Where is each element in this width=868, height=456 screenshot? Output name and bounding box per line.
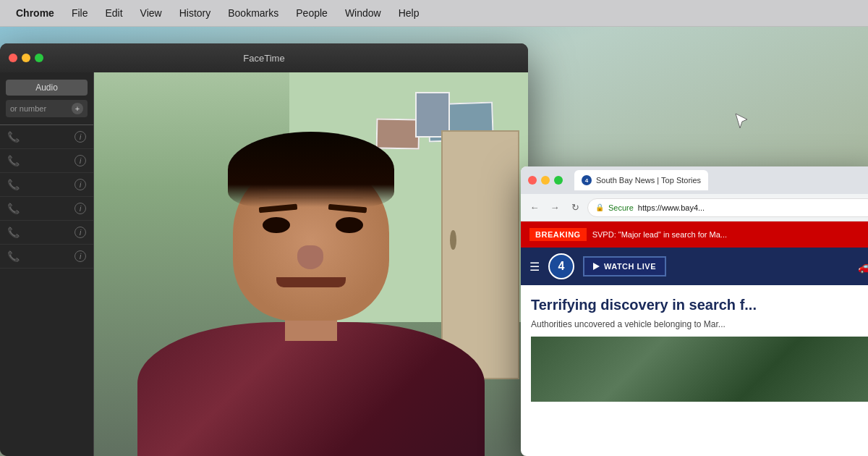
info-icon[interactable]: i — [75, 155, 86, 166]
chrome-close-button[interactable] — [528, 176, 537, 185]
watch-live-button[interactable]: WATCH LIVE — [583, 256, 666, 276]
info-icon[interactable]: i — [75, 131, 86, 143]
menu-window[interactable]: Window — [338, 4, 388, 22]
person-shirt — [137, 322, 485, 457]
facetime-video — [94, 72, 528, 456]
news-logo: 4 — [548, 253, 574, 279]
info-icon[interactable]: i — [75, 227, 86, 238]
breaking-news-banner: BREAKING SVPD: "Major lead" in search fo… — [521, 221, 868, 248]
audio-button[interactable]: Audio — [6, 80, 88, 96]
secure-label: Secure — [608, 203, 634, 212]
hamburger-menu-icon[interactable]: ☰ — [529, 260, 540, 274]
lock-icon: 🔒 — [595, 203, 604, 211]
chrome-omnibar: ← → ↻ 🔒 Secure https://www.bay4... — [521, 194, 868, 221]
menu-people[interactable]: People — [289, 4, 335, 22]
info-icon[interactable]: i — [75, 203, 86, 214]
phone-icon: 📞 — [7, 250, 20, 262]
tab-bar: 4 South Bay News | Top Stories — [574, 170, 868, 190]
facetime-title: FaceTime — [243, 53, 284, 64]
contact-row[interactable]: 📞 i — [0, 149, 93, 173]
breaking-label: BREAKING — [529, 228, 587, 241]
contact-row[interactable]: 📞 i — [0, 245, 93, 269]
menu-file[interactable]: File — [64, 4, 95, 22]
menu-help[interactable]: Help — [391, 4, 427, 22]
forward-button[interactable]: → — [547, 200, 563, 216]
menu-bar: Chrome File Edit View History Bookmarks … — [0, 0, 868, 27]
search-placeholder: or number — [10, 104, 46, 113]
contact-row[interactable]: 📞 i — [0, 125, 93, 149]
facetime-window: FaceTime Audio or number + 📞 i 📞 i 📞 i 📞… — [0, 43, 528, 456]
chrome-maximize-button[interactable] — [554, 176, 563, 185]
phone-icon: 📞 — [7, 155, 20, 166]
refresh-button[interactable]: ↻ — [567, 200, 583, 216]
contact-row[interactable]: 📞 i — [0, 173, 93, 197]
contact-row[interactable]: 📞 i — [0, 197, 93, 221]
phone-icon: 📞 — [7, 203, 20, 214]
chrome-browser-window: 4 South Bay News | Top Stories ← → ↻ 🔒 S… — [521, 166, 868, 456]
chrome-minimize-button[interactable] — [541, 176, 550, 185]
address-bar[interactable]: 🔒 Secure https://www.bay4... — [587, 198, 868, 217]
news-content: Terrifying discovery in search f... Auth… — [521, 285, 868, 412]
tab-title: South Bay News | Top Stories — [596, 176, 701, 185]
news-subtext: Authorities uncovered a vehicle belongin… — [531, 318, 868, 331]
add-contact-icon[interactable]: + — [72, 103, 83, 114]
chrome-window-controls — [528, 176, 563, 185]
info-icon[interactable]: i — [75, 250, 86, 262]
url-text: https://www.bay4... — [638, 203, 705, 212]
menu-edit[interactable]: Edit — [98, 4, 129, 22]
search-field[interactable]: or number + — [6, 100, 88, 117]
close-button[interactable] — [9, 54, 17, 62]
news-site-header: ☰ 4 WATCH LIVE 🚗 — [521, 248, 868, 285]
chrome-titlebar: 4 South Bay News | Top Stories — [521, 166, 868, 194]
info-icon[interactable]: i — [75, 179, 86, 190]
person-face-area — [224, 141, 398, 341]
contact-row[interactable]: 📞 i — [0, 221, 93, 245]
sidebar-top: Audio or number + — [0, 72, 93, 125]
play-icon — [593, 263, 600, 270]
menu-view[interactable]: View — [133, 4, 169, 22]
menu-chrome[interactable]: Chrome — [9, 4, 61, 22]
back-button[interactable]: ← — [527, 200, 542, 216]
tab-favicon: 4 — [582, 175, 592, 185]
phone-icon: 📞 — [7, 179, 20, 190]
phone-icon: 📞 — [7, 227, 20, 238]
maximize-button[interactable] — [35, 54, 43, 62]
menu-history[interactable]: History — [172, 4, 218, 22]
window-controls — [9, 54, 43, 62]
phone-icon: 📞 — [7, 131, 20, 143]
breaking-text: SVPD: "Major lead" in search for Ma... — [592, 230, 727, 239]
car-icon: 🚗 — [858, 258, 868, 274]
facetime-titlebar: FaceTime — [0, 43, 528, 72]
news-image — [531, 337, 868, 402]
active-tab[interactable]: 4 South Bay News | Top Stories — [574, 170, 708, 190]
facetime-sidebar: Audio or number + 📞 i 📞 i 📞 i 📞 i 📞 i — [0, 72, 94, 456]
news-headline: Terrifying discovery in search f... — [531, 295, 868, 314]
minimize-button[interactable] — [22, 54, 30, 62]
room-door — [441, 130, 519, 380]
menu-bookmarks[interactable]: Bookmarks — [221, 4, 286, 22]
watch-live-label: WATCH LIVE — [604, 262, 656, 271]
